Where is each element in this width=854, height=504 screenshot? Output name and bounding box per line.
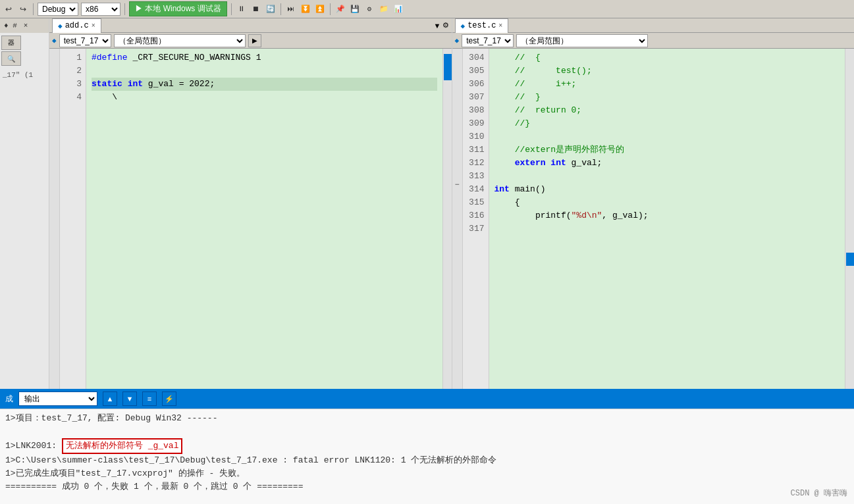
right-breakpoint-area: −	[452, 49, 463, 389]
left-scope-select[interactable]: test_7_17	[59, 34, 111, 47]
tab-test-c-icon: ◆	[461, 22, 466, 30]
right-location-bar: ◆ test_7_17 （全局范围）	[452, 33, 855, 49]
r-code-316: printf("%d\n", g_val);	[494, 209, 840, 222]
r-code-313	[494, 170, 840, 183]
bookmark-icon[interactable]: 📌	[334, 3, 346, 15]
main-toolbar: ↩ ↪ Debug x86 ▶ 本地 Windows 调试器 ⏸ ⏹ 🔄 ⏭ ⏬…	[0, 0, 854, 18]
left-tab-bar: ◆ add.c × ▼ ⚙	[49, 18, 452, 33]
output-up-btn[interactable]: ▲	[103, 391, 117, 406]
ln-317: 317	[463, 222, 489, 236]
r-code-314: int main()	[494, 183, 840, 196]
bp-314: −	[452, 180, 462, 193]
output-toolbar-label: 成	[5, 393, 13, 405]
restart-icon[interactable]: 🔄	[265, 3, 277, 15]
step-over-icon[interactable]: ⏭	[285, 3, 297, 15]
ln-316: 316	[463, 209, 489, 222]
tab-test-c[interactable]: ◆ test.c ×	[455, 18, 509, 33]
right-code-content[interactable]: // { // test(); // i++; // } // return 0…	[489, 49, 845, 389]
folder-icon[interactable]: 📁	[378, 3, 390, 15]
r-code-311: //extern是声明外部符号的	[494, 143, 840, 157]
tool-btn-search[interactable]: 🔍	[1, 51, 21, 66]
r-code-308: // return 0;	[494, 104, 840, 117]
output-line-lnk2001: 1>LNK2001: 无法解析的外部符号 _g_val	[5, 438, 849, 454]
right-editor-content: − 304 305 306 307 308 309 310 311 312 31…	[452, 49, 855, 389]
ln-312: 312	[463, 157, 489, 170]
ln-305: 305	[463, 64, 489, 78]
redo-button[interactable]: ↪	[17, 3, 29, 15]
r-code-315: {	[494, 196, 840, 209]
left-line-numbers: 1 2 3 4	[60, 49, 86, 389]
ide-main: ♦ # × 器 🔍 _17" (1 ◆ add.c × ▼ ⚙	[0, 18, 854, 389]
code-line-4: \	[92, 91, 437, 104]
ln-311: 311	[463, 143, 489, 157]
save-icon[interactable]: 💾	[349, 3, 361, 15]
ln-313: 313	[463, 170, 489, 183]
bp-310	[452, 128, 462, 141]
tool-btn-1[interactable]: 器	[1, 36, 21, 50]
watermark: CSDN @ 嗨害嗨	[791, 488, 847, 499]
tab-add-c[interactable]: ◆ add.c ×	[52, 18, 101, 33]
ln-306: 306	[463, 78, 489, 91]
undo-button[interactable]: ↩	[3, 3, 14, 15]
right-scope-select[interactable]: test_7_17	[462, 34, 514, 47]
output-dropdown[interactable]: 输出	[18, 391, 97, 406]
sidebar-pin-tab[interactable]: ♦ #	[1, 20, 20, 31]
left-scrollbar[interactable]	[442, 49, 452, 389]
step-out-icon[interactable]: ⏫	[314, 3, 326, 15]
right-function-select[interactable]: （全局范围）	[516, 34, 648, 47]
left-nav-btn[interactable]: ▶	[248, 34, 261, 47]
code-line-1: #define _CRT_SECURE_NO_WARNINGS 1	[92, 51, 437, 64]
output-run-btn[interactable]: ⚡	[162, 391, 176, 406]
tab-test-c-close[interactable]: ×	[498, 22, 502, 30]
output-align-btn[interactable]: ≡	[142, 391, 157, 406]
r-code-304: // {	[494, 51, 840, 64]
error-highlight-box: 无法解析的外部符号 _g_val	[62, 438, 183, 454]
ln-315: 315	[463, 196, 489, 209]
output-toolbar: 成 输出 ▲ ▼ ≡ ⚡	[0, 389, 854, 409]
sidebar-project-info: _17" (1	[3, 71, 46, 79]
sidebar-tools: 器 🔍	[0, 33, 49, 68]
bp-306	[452, 75, 462, 88]
left-breakpoint-area	[49, 49, 60, 389]
toolbar-separator-1	[33, 3, 34, 15]
output-down-btn[interactable]: ▼	[122, 391, 137, 406]
left-code-content[interactable]: #define _CRT_SECURE_NO_WARNINGS 1 static…	[86, 49, 442, 389]
bp-311	[452, 141, 462, 154]
config-select[interactable]: Debug	[38, 3, 78, 16]
editor-panel-left: ◆ add.c × ▼ ⚙ ◆ test_7_17 （全局范围） ▶	[49, 18, 452, 389]
right-scrollbar[interactable]	[845, 49, 854, 389]
tab-add-c-icon: ◆	[58, 22, 63, 30]
step-into-icon[interactable]: ⏬	[300, 3, 311, 15]
line-num-2: 2	[60, 64, 86, 78]
bp-305	[452, 62, 462, 75]
left-function-select[interactable]: （全局范围）	[114, 34, 246, 47]
bp-304	[452, 49, 462, 62]
settings-icon[interactable]: ⚙	[363, 3, 375, 15]
ln-308: 308	[463, 104, 489, 117]
ln-314: 314	[463, 183, 489, 196]
chart-icon[interactable]: 📊	[392, 3, 404, 15]
toolbar-separator-3	[231, 3, 232, 15]
code-area: ◆ add.c × ▼ ⚙ ◆ test_7_17 （全局范围） ▶	[49, 18, 854, 389]
tab-right-buttons: ▼ ⚙	[434, 21, 449, 30]
line-num-3: 3	[60, 78, 86, 91]
tab-settings-btn[interactable]: ⚙	[442, 21, 449, 30]
sidebar-close-tab[interactable]: ×	[21, 20, 31, 31]
ln-304: 304	[463, 51, 489, 64]
bp-309	[452, 114, 462, 128]
pause-icon[interactable]: ⏸	[236, 3, 248, 15]
left-location-bar: ◆ test_7_17 （全局范围） ▶	[49, 33, 452, 49]
run-button[interactable]: ▶ 本地 Windows 调试器	[129, 1, 227, 16]
r-code-312: extern int g_val;	[494, 157, 840, 170]
left-loc-icon: ◆	[52, 36, 57, 45]
left-scrollbar-thumb[interactable]	[444, 54, 452, 80]
code-line-2	[92, 64, 437, 78]
right-scrollbar-thumb[interactable]	[846, 253, 854, 266]
r-code-309: //}	[494, 117, 840, 130]
output-line-5: ========== 成功 0 个，失败 1 个，最新 0 个，跳过 0 个 =…	[5, 480, 849, 493]
arch-select[interactable]: x86	[81, 3, 120, 16]
sidebar-tab-bar: ♦ # ×	[0, 18, 49, 33]
tab-add-c-close[interactable]: ×	[92, 22, 95, 30]
tab-dropdown-btn[interactable]: ▼	[434, 21, 441, 30]
stop-icon[interactable]: ⏹	[250, 3, 262, 15]
